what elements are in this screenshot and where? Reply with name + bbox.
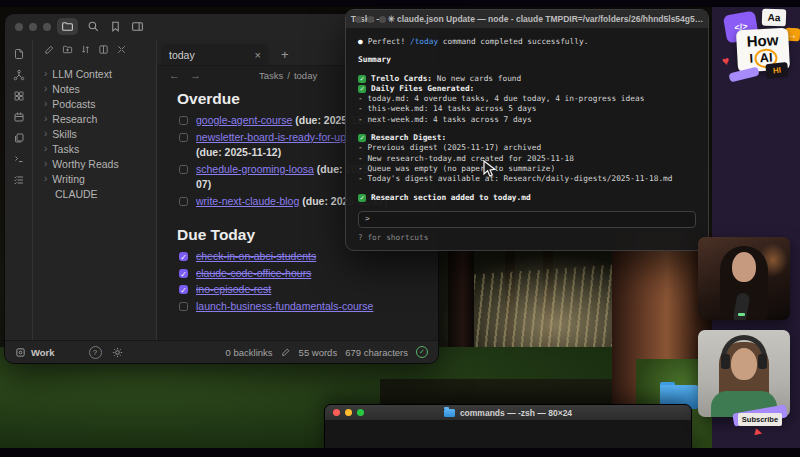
sidebar-toggle-icon[interactable]: [131, 20, 144, 33]
terminal-line: - Previous digest (2025-11-17) archived: [358, 143, 696, 153]
status-bar: Work ? 0 backlinks 55 words 679 characte…: [5, 340, 438, 363]
breadcrumb[interactable]: Tasks/today: [259, 70, 317, 81]
screen-share-region: ›LLM Context ›Notes ›Podcasts ›Research …: [0, 7, 712, 448]
checkbox[interactable]: [179, 133, 188, 142]
sort-order-icon[interactable]: [80, 44, 91, 55]
minimize-traffic-light[interactable]: [367, 16, 374, 23]
sidebar-item-research[interactable]: ›Research: [44, 111, 156, 126]
success-check-icon: [358, 194, 366, 202]
tab-today[interactable]: today ×: [161, 44, 269, 65]
canvas-icon[interactable]: [13, 90, 25, 102]
task-link[interactable]: ino-episode-rest: [196, 283, 271, 295]
word-count: 55 words: [299, 347, 338, 358]
terminal-line: - this-week.md: 14 tasks across 5 days: [358, 104, 696, 114]
play-arrow-icon: ▶: [754, 426, 763, 437]
sidebar-item-llm-context[interactable]: ›LLM Context: [44, 66, 156, 81]
sidebar-item-notes[interactable]: ›Notes: [44, 81, 156, 96]
file-explorer: ›LLM Context ›Notes ›Podcasts ›Research …: [33, 40, 157, 341]
close-traffic-light[interactable]: [15, 23, 23, 31]
logo-line-1: How: [746, 32, 778, 50]
sidebar-item-worthy-reads[interactable]: ›Worthy Reads: [44, 156, 156, 171]
task-link[interactable]: claude-code-office-hours: [196, 267, 311, 279]
letterbox-top: [0, 0, 800, 7]
checklist-icon[interactable]: [13, 174, 25, 186]
chevron-right-icon: ›: [44, 99, 47, 109]
sidebar-item-podcasts[interactable]: ›Podcasts: [44, 96, 156, 111]
list-item: discovery-habit-assessment: [183, 363, 379, 364]
collapse-all-icon[interactable]: [116, 44, 127, 55]
zoom-traffic-light[interactable]: [379, 16, 386, 23]
heart-icon: ♥: [721, 53, 731, 68]
search-icon[interactable]: [87, 20, 100, 33]
terminal-line: - Today's digest available at: Research/…: [358, 174, 696, 184]
mouse-cursor: [483, 160, 497, 178]
sidebar-item-skills[interactable]: ›Skills: [44, 126, 156, 141]
new-note-icon[interactable]: [44, 44, 55, 55]
task-link[interactable]: schedule-grooming-loosa: [196, 163, 314, 175]
tab-label: today: [169, 49, 195, 61]
terminal-output: ●Perfect! /today command completed succe…: [346, 29, 708, 243]
new-folder-icon[interactable]: [62, 44, 73, 55]
webcam-host-1: [698, 237, 790, 320]
terminal-titlebar[interactable]: commands — -zsh — 80×24: [325, 405, 691, 421]
subscribe-badge[interactable]: Subscribe ▶: [728, 407, 792, 441]
task-link[interactable]: check-in-on-abci-students: [196, 250, 316, 262]
quick-switcher-icon[interactable]: [13, 48, 25, 60]
success-check-icon: [358, 85, 366, 93]
zoom-traffic-light[interactable]: [43, 23, 51, 31]
claude-prompt-input[interactable]: >: [358, 211, 696, 228]
success-check-icon: [358, 75, 366, 83]
headphone-earcup: [758, 354, 767, 369]
terminal-titlebar[interactable]: Tasks — ✳ claude.json Update — node - cl…: [346, 10, 708, 29]
terminal-line: - New research-today.md created for 2025…: [358, 154, 696, 164]
success-check-icon: [358, 134, 366, 142]
task-link[interactable]: launch-business-fundamentals-course: [196, 300, 373, 312]
checkbox[interactable]: [179, 302, 188, 311]
minimize-traffic-light[interactable]: [29, 23, 37, 31]
terminal-title: Tasks — ✳ claude.json Update — node - cl…: [351, 14, 703, 24]
settings-gear-icon[interactable]: [112, 347, 123, 358]
minimize-traffic-light[interactable]: [345, 409, 352, 416]
checkbox-checked[interactable]: [179, 252, 188, 261]
vault-switcher[interactable]: Work: [31, 347, 55, 358]
aa-chip-icon: Aa: [762, 9, 787, 27]
character-count: 679 characters: [345, 347, 408, 358]
help-icon[interactable]: ?: [89, 346, 102, 359]
checkbox-checked[interactable]: [179, 269, 188, 278]
daily-notes-icon[interactable]: [13, 132, 25, 144]
hi-chip-icon: HI: [765, 62, 788, 79]
checkbox[interactable]: [179, 165, 188, 174]
new-tab-icon[interactable]: +: [281, 44, 289, 65]
folder-icon: [444, 409, 455, 417]
chevron-right-icon: ›: [44, 144, 47, 154]
checkbox[interactable]: [179, 116, 188, 125]
checkbox-checked[interactable]: [179, 285, 188, 294]
logo-line-2: I: [749, 51, 753, 66]
calendar-icon[interactable]: [13, 111, 25, 123]
back-arrow-icon[interactable]: ←: [169, 69, 180, 81]
sidebar-item-writing[interactable]: ›Writing: [44, 171, 156, 186]
graph-view-icon[interactable]: [13, 69, 25, 81]
task-link[interactable]: write-next-claude-blog: [196, 195, 299, 207]
shortcuts-hint: ? for shortcuts: [358, 233, 696, 243]
terminal-line: - today.md: 4 overdue tasks, 4 due today…: [358, 94, 696, 104]
person-face: [732, 252, 756, 282]
checkbox[interactable]: [179, 197, 188, 206]
forward-arrow-icon[interactable]: →: [190, 69, 201, 81]
task-link[interactable]: google-agent-course: [196, 114, 292, 126]
backlinks-count[interactable]: 0 backlinks: [226, 347, 273, 358]
sidebar-item-claude[interactable]: CLAUDE: [44, 186, 156, 201]
edit-mode-pencil-icon[interactable]: [281, 347, 291, 357]
files-toggle-icon[interactable]: [57, 18, 78, 35]
close-traffic-light[interactable]: [333, 409, 340, 416]
bookmarks-icon[interactable]: [109, 20, 122, 33]
close-icon[interactable]: ×: [255, 49, 261, 61]
sync-status-icon[interactable]: [416, 346, 428, 358]
zoom-traffic-light[interactable]: [357, 409, 364, 416]
terminal-panel-icon[interactable]: [13, 153, 25, 165]
fold-panel-icon[interactable]: [98, 44, 109, 55]
close-traffic-light[interactable]: [355, 16, 362, 23]
subscribe-label[interactable]: Subscribe: [738, 413, 782, 426]
microphone-led: [738, 313, 745, 316]
sidebar-item-tasks[interactable]: ›Tasks: [44, 141, 156, 156]
